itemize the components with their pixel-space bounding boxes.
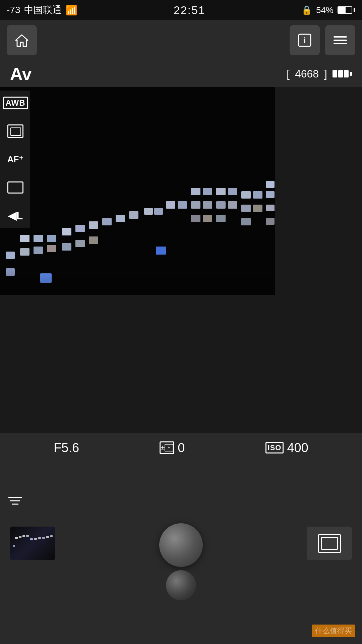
window-23	[203, 188, 212, 195]
metering-icon	[7, 124, 23, 138]
window-3	[20, 235, 29, 242]
ev-control[interactable]: ± 0	[160, 441, 185, 455]
window-11	[89, 221, 98, 229]
right-panel	[275, 87, 362, 295]
shot-counter: [ 4668 ]	[287, 68, 352, 80]
window-40	[266, 205, 275, 211]
home-button[interactable]	[7, 25, 37, 55]
filter-icon[interactable]	[7, 495, 23, 509]
window-20	[166, 201, 175, 209]
ev-icon: ±	[160, 441, 174, 454]
awb-button[interactable]: AWB	[5, 94, 26, 112]
window-6	[20, 248, 29, 256]
frame-button[interactable]	[5, 178, 26, 197]
shot-count-bracket-open: [	[287, 68, 290, 80]
hamburger-icon	[334, 35, 347, 45]
info-button[interactable]: i	[290, 25, 320, 55]
aspect-inner-icon	[321, 537, 338, 550]
window-10	[75, 225, 85, 232]
svg-text:±: ±	[168, 445, 170, 450]
shutter-container	[159, 523, 203, 600]
window-17	[89, 236, 98, 244]
window-blue-2	[156, 247, 166, 255]
vf-gradient	[0, 268, 275, 295]
iso-value: 400	[287, 441, 308, 455]
window-8	[47, 245, 56, 252]
aspect-ratio-icon	[318, 534, 341, 553]
status-left: -73 中国联通 📶	[7, 4, 77, 16]
window-33	[241, 191, 251, 199]
window-35	[241, 205, 251, 212]
bottom-area	[0, 463, 362, 644]
frame-icon	[7, 181, 23, 194]
viewfinder	[0, 87, 275, 295]
iso-control[interactable]: ISO 400	[265, 441, 308, 455]
menu-button[interactable]	[325, 25, 355, 55]
window-41	[266, 218, 275, 225]
shutter-button[interactable]	[159, 523, 203, 567]
shutter-area	[0, 513, 362, 634]
left-sidebar: AWB AF⁺ ◀L	[0, 91, 30, 228]
window-39	[266, 191, 275, 198]
window-16	[75, 240, 85, 247]
filter-lines-icon	[7, 495, 23, 507]
iso-icon: ISO	[265, 442, 284, 453]
toolbar-right-buttons: i	[290, 25, 355, 55]
home-icon	[14, 34, 29, 47]
window-30	[216, 201, 226, 209]
aspect-ratio-button[interactable]	[307, 527, 352, 560]
window-38	[266, 181, 275, 188]
bottom-strip	[0, 491, 362, 513]
window-21	[178, 201, 187, 209]
ev-icon-svg: ±	[165, 442, 173, 453]
window-34	[253, 191, 262, 199]
aperture-value: F5.6	[54, 441, 79, 455]
shot-count-bracket-close: ]	[324, 68, 327, 80]
window-4	[34, 235, 43, 242]
shooting-mode: Av	[10, 64, 32, 84]
window-24	[191, 201, 200, 209]
af-icon: AF⁺	[7, 154, 24, 165]
aperture-control[interactable]: F5.6	[54, 441, 79, 455]
image-size-button[interactable]: ◀L	[5, 207, 26, 225]
window-36	[253, 205, 262, 212]
ev-value: 0	[178, 441, 185, 455]
info-icon: i	[298, 34, 311, 47]
window-1	[6, 252, 15, 259]
window-9	[62, 228, 71, 235]
window-12	[102, 218, 112, 225]
thumbnail-preview[interactable]	[10, 527, 55, 560]
window-19	[154, 208, 163, 215]
metering-button[interactable]	[5, 122, 26, 140]
carrier-name: 中国联通	[24, 4, 62, 16]
window-13	[116, 215, 125, 222]
thumbnail-image	[10, 527, 55, 560]
battery-percent: 54%	[316, 5, 334, 15]
window-29	[228, 188, 237, 195]
lock-icon: 🔒	[301, 5, 312, 15]
window-14	[129, 211, 138, 219]
battery-icon	[338, 6, 355, 14]
status-bar: -73 中国联通 📶 22:51 🔒 54%	[0, 0, 362, 20]
window-37	[241, 218, 251, 225]
window-15	[62, 243, 71, 251]
af-button[interactable]: AF⁺	[5, 150, 26, 168]
time-display: 22:51	[174, 4, 205, 17]
window-7	[34, 247, 43, 254]
camera-battery-icon	[333, 70, 352, 77]
window-25	[203, 201, 212, 209]
window-22	[191, 188, 200, 195]
window-32	[216, 215, 226, 222]
signal-strength: -73	[7, 5, 20, 15]
wifi-icon: 📶	[66, 5, 77, 16]
window-31	[228, 201, 237, 209]
shutter-dial[interactable]	[166, 570, 196, 600]
status-right: 🔒 54%	[301, 5, 355, 15]
window-26	[191, 215, 200, 222]
svg-marker-0	[16, 35, 28, 46]
watermark: 什么值得买	[312, 625, 355, 637]
night-scene	[0, 87, 275, 295]
controls-bar: F5.6 ± 0 ISO 400	[0, 433, 362, 463]
shot-count-value: 4668	[295, 68, 319, 80]
window-18	[144, 208, 153, 215]
